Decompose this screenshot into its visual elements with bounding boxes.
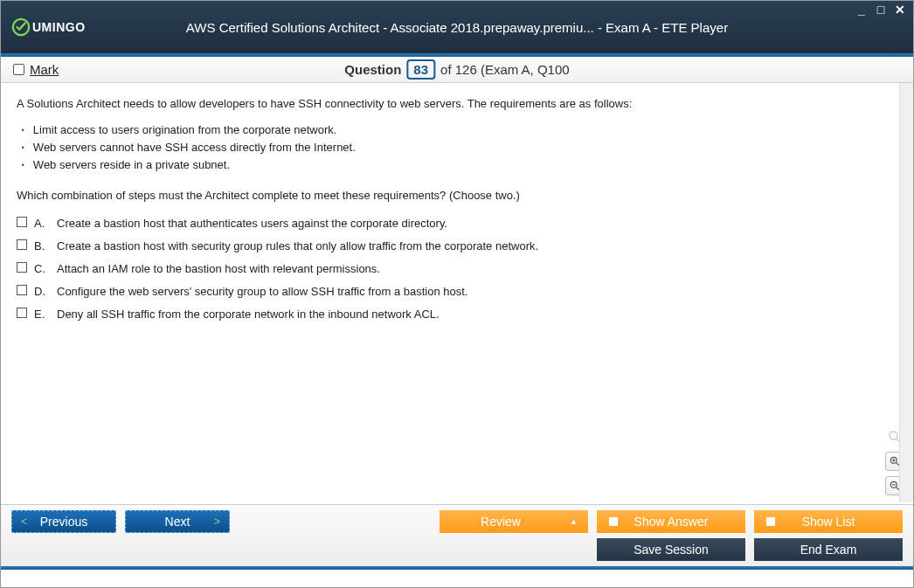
svg-point-1 <box>890 432 897 439</box>
vertical-scrollbar[interactable] <box>899 83 913 502</box>
triangle-up-icon: ▲ <box>570 517 578 526</box>
bottom-toolbar: <Previous Next> Review▲ Show Answer Show… <box>1 504 913 566</box>
option-d[interactable]: D.Configure the web servers' security gr… <box>17 283 897 301</box>
option-text: Deny all SSH traffic from the corporate … <box>57 306 440 323</box>
option-letter: A. <box>34 215 50 232</box>
bullet-item: Web servers cannot have SSH access direc… <box>22 139 897 156</box>
option-c-checkbox[interactable] <box>17 262 27 273</box>
option-a[interactable]: A.Create a bastion host that authenticat… <box>17 215 897 232</box>
option-text: Attach an IAM role to the bastion host w… <box>57 260 380 278</box>
logo-checkmark-icon <box>11 17 31 37</box>
answer-options: A.Create a bastion host that authenticat… <box>17 215 897 324</box>
option-text: Create a bastion host with security grou… <box>57 238 538 255</box>
option-e[interactable]: E.Deny all SSH traffic from the corporat… <box>17 306 897 323</box>
option-d-checkbox[interactable] <box>17 285 27 295</box>
app-window: UMINGO AWS Certified Solutions Architect… <box>0 0 914 588</box>
end-exam-button[interactable]: End Exam <box>754 538 903 561</box>
sub-question: Which combination of steps must the Arch… <box>17 187 897 204</box>
option-letter: E. <box>34 306 50 323</box>
question-header-bar: Mark Question 83 of 126 (Exam A, Q100 <box>1 57 913 83</box>
mark-label: Mark <box>30 62 59 77</box>
button-label: Save Session <box>634 543 709 557</box>
chevron-left-icon: < <box>21 515 27 528</box>
footer-accent <box>1 566 913 570</box>
square-icon <box>609 517 618 526</box>
chevron-right-icon: > <box>214 515 220 528</box>
button-label: Review <box>481 515 521 529</box>
title-bar: UMINGO AWS Certified Solutions Architect… <box>1 1 913 53</box>
button-row-1: <Previous Next> Review▲ Show Answer Show… <box>11 510 903 533</box>
question-content: A Solutions Architect needs to allow dev… <box>1 83 913 504</box>
button-label: Show List <box>802 515 855 529</box>
button-row-2: Save Session End Exam <box>11 538 903 561</box>
review-button[interactable]: Review▲ <box>440 510 588 533</box>
show-list-button[interactable]: Show List <box>754 510 903 533</box>
previous-button[interactable]: <Previous <box>11 510 116 533</box>
bullet-item: Web servers reside in a private subnet. <box>22 156 897 174</box>
option-b-checkbox[interactable] <box>17 239 27 250</box>
option-text: Create a bastion host that authenticates… <box>57 215 447 232</box>
question-intro: A Solutions Architect needs to allow dev… <box>17 95 897 113</box>
question-indicator: Question 83 of 126 (Exam A, Q100 <box>344 59 569 80</box>
mark-checkbox[interactable] <box>13 64 24 75</box>
option-letter: B. <box>34 238 50 255</box>
save-session-button[interactable]: Save Session <box>597 538 745 561</box>
option-text: Configure the web servers' security grou… <box>57 283 467 301</box>
option-letter: D. <box>34 283 50 301</box>
close-icon[interactable]: ✕ <box>894 3 906 17</box>
button-label: End Exam <box>800 543 857 557</box>
question-word: Question <box>344 62 401 77</box>
app-logo: UMINGO <box>11 17 86 37</box>
question-of-text: of 126 (Exam A, Q100 <box>440 62 570 77</box>
maximize-icon[interactable]: □ <box>875 3 887 17</box>
logo-text: UMINGO <box>32 20 86 34</box>
option-b[interactable]: B.Create a bastion host with security gr… <box>17 238 897 255</box>
requirement-bullets: Limit access to users origination from t… <box>22 121 897 174</box>
button-label: Next <box>165 515 190 529</box>
question-number-box[interactable]: 83 <box>406 59 435 80</box>
show-answer-button[interactable]: Show Answer <box>597 510 745 533</box>
bullet-item: Limit access to users origination from t… <box>22 121 897 139</box>
window-controls: _ □ ✕ <box>855 3 906 17</box>
option-letter: C. <box>34 260 50 278</box>
mark-checkbox-wrap[interactable]: Mark <box>13 62 59 77</box>
window-title: AWS Certified Solutions Architect - Asso… <box>186 20 728 35</box>
minimize-icon[interactable]: _ <box>855 3 868 17</box>
next-button[interactable]: Next> <box>125 510 230 533</box>
option-c[interactable]: C.Attach an IAM role to the bastion host… <box>17 260 897 278</box>
square-icon <box>766 517 775 526</box>
button-label: Previous <box>40 515 87 529</box>
button-label: Show Answer <box>634 515 709 529</box>
option-a-checkbox[interactable] <box>17 217 27 227</box>
option-e-checkbox[interactable] <box>17 308 27 318</box>
